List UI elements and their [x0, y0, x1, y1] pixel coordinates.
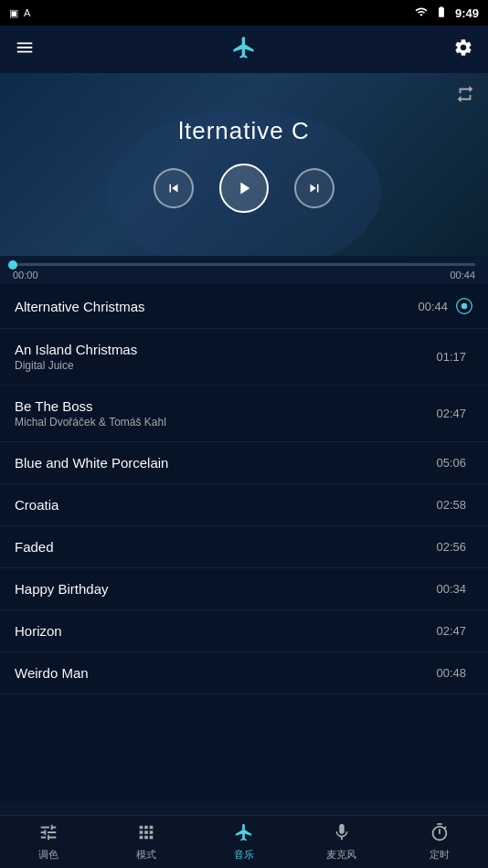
track-artist: Digital Juice — [15, 359, 436, 372]
track-name: Weirdo Man — [15, 665, 436, 681]
nav-label-microphone: 麦克风 — [326, 848, 356, 862]
status-right: 9:49 — [415, 5, 479, 21]
track-item[interactable]: Horizon02:47 — [0, 610, 488, 652]
track-name: Be The Boss — [15, 398, 436, 414]
menu-button[interactable] — [15, 37, 35, 61]
microphone-icon — [332, 822, 352, 846]
app-logo — [231, 35, 257, 64]
track-artist: Michal Dvořáček & Tomáš Kahl — [15, 416, 436, 429]
repeat-button[interactable] — [455, 84, 475, 108]
wifi-icon — [415, 5, 428, 21]
nav-label-mode: 模式 — [136, 848, 156, 862]
track-info: Be The BossMichal Dvořáček & Tomáš Kahl — [15, 398, 436, 429]
mode-icon — [136, 822, 156, 846]
sim-icon: ▣ — [9, 7, 18, 19]
svg-point-1 — [461, 303, 468, 310]
track-name: Horizon — [15, 623, 436, 639]
track-duration: 00:34 — [436, 582, 466, 596]
track-name: Happy Birthday — [15, 581, 436, 597]
track-name: Faded — [15, 539, 436, 555]
nav-item-equalizer[interactable]: 调色 — [0, 822, 98, 862]
track-duration: 00:48 — [436, 666, 466, 680]
nav-item-microphone[interactable]: 麦克风 — [292, 822, 390, 862]
progress-times: 00:00 00:44 — [13, 270, 475, 281]
track-name: Croatia — [15, 497, 436, 513]
track-duration: 02:58 — [436, 498, 466, 512]
equalizer-icon — [38, 822, 58, 846]
nav-label-music: 音乐 — [234, 848, 254, 862]
timer-icon — [430, 822, 450, 846]
track-item[interactable]: Be The BossMichal Dvořáček & Tomáš Kahl0… — [0, 386, 488, 442]
nav-item-mode[interactable]: 模式 — [98, 822, 196, 862]
track-title: lternative C — [178, 117, 310, 145]
current-time: 00:00 — [13, 270, 38, 281]
track-info: Horizon — [15, 623, 436, 639]
track-duration: 02:47 — [436, 624, 466, 638]
track-item[interactable]: Faded02:56 — [0, 526, 488, 568]
prev-button[interactable] — [154, 168, 194, 208]
track-item[interactable]: Alternative Christmas00:44 — [0, 284, 488, 329]
nav-item-timer[interactable]: 定时 — [390, 822, 488, 862]
bottom-nav: 调色模式音乐麦克风定时 — [0, 815, 488, 868]
status-bar: ▣ A 9:49 — [0, 0, 488, 26]
nav-label-equalizer: 调色 — [38, 848, 58, 862]
track-info: Happy Birthday — [15, 581, 436, 597]
playback-controls — [154, 164, 334, 213]
track-duration: 02:47 — [436, 407, 466, 420]
track-item[interactable]: Weirdo Man00:48 — [0, 652, 488, 694]
track-duration: 01:17 — [436, 350, 466, 364]
progress-bar[interactable] — [13, 263, 475, 266]
track-info: Faded — [15, 539, 436, 555]
signal-icon: A — [24, 7, 30, 18]
music-icon — [234, 822, 254, 846]
track-duration: 05:06 — [436, 456, 466, 470]
track-duration: 00:44 — [418, 300, 448, 313]
playing-icon — [455, 297, 473, 315]
track-name: Alternative Christmas — [15, 299, 418, 314]
player-area: lternative C — [0, 73, 488, 256]
track-item[interactable]: Happy Birthday00:34 — [0, 568, 488, 610]
track-info: Blue and White Porcelain — [15, 455, 436, 471]
track-info: Alternative Christmas — [15, 299, 418, 314]
status-left: ▣ A — [9, 7, 30, 19]
nav-item-music[interactable]: 音乐 — [196, 822, 293, 862]
play-button[interactable] — [219, 164, 269, 213]
total-time: 00:44 — [450, 270, 475, 281]
track-duration: 02:56 — [436, 540, 466, 554]
track-item[interactable]: Blue and White Porcelain05:06 — [0, 442, 488, 484]
track-info: Croatia — [15, 497, 436, 513]
progress-dot — [8, 260, 17, 270]
track-item[interactable]: An Island ChristmasDigital Juice01:17 — [0, 329, 488, 386]
settings-button[interactable] — [453, 37, 473, 61]
track-name: Blue and White Porcelain — [15, 455, 436, 471]
track-list: Alternative Christmas00:44 An Island Chr… — [0, 284, 488, 803]
nav-label-timer: 定时 — [430, 848, 450, 862]
track-item[interactable]: Croatia02:58 — [0, 484, 488, 526]
clock: 9:49 — [455, 6, 479, 20]
battery-icon — [433, 5, 450, 21]
next-button[interactable] — [294, 168, 334, 208]
track-info: Weirdo Man — [15, 665, 436, 681]
track-name: An Island Christmas — [15, 342, 436, 357]
top-bar — [0, 26, 488, 73]
track-info: An Island ChristmasDigital Juice — [15, 342, 436, 372]
progress-area[interactable]: 00:00 00:44 — [0, 256, 488, 284]
